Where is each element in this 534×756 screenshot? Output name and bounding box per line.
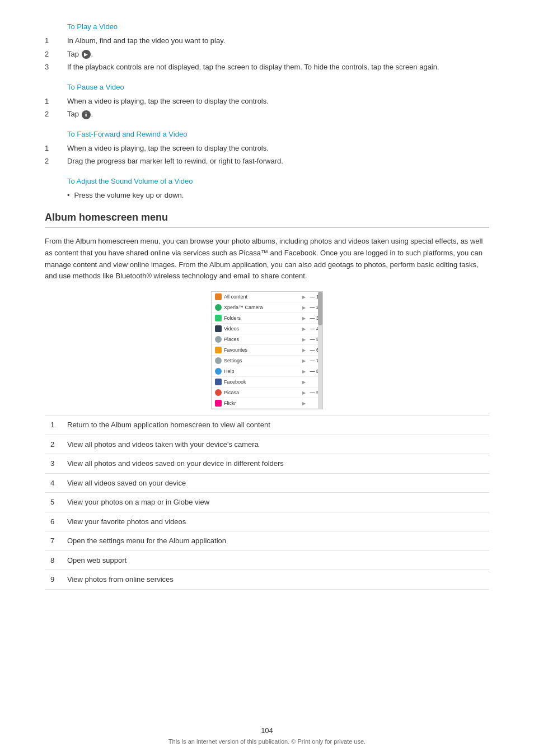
pause-video-heading: To Pause a Video: [67, 83, 489, 91]
list-item: 1 When a video is playing, tap the scree…: [45, 143, 489, 154]
menu-item-flickr: Flickr ▶: [212, 398, 322, 409]
menu-item-help: Help ▶ — 8: [212, 366, 322, 377]
menu-item-camera: Xperia™ Camera ▶ — 2: [212, 302, 322, 313]
row-desc: View your photos on a map or in Globe vi…: [62, 493, 489, 512]
play-video-list: 1 In Album, find and tap the video you w…: [45, 35, 489, 73]
pause-icon: ii: [82, 110, 91, 119]
list-item: 2 Tap ▶.: [45, 49, 489, 60]
scrollbar: [318, 292, 322, 409]
row-num: 6: [45, 512, 62, 531]
pause-video-list: 1 When a video is playing, tap the scree…: [45, 96, 489, 120]
row-desc: View all photos and videos taken with yo…: [62, 435, 489, 454]
row-desc: View all videos saved on your device: [62, 473, 489, 493]
play-video-heading: To Play a Video: [67, 22, 489, 31]
play-icon: ▶: [82, 50, 91, 59]
favourites-icon: [215, 347, 222, 353]
table-row: 8 Open web support: [45, 550, 489, 570]
row-num: 7: [45, 531, 62, 551]
flickr-icon: [215, 400, 222, 407]
menu-item-facebook: Facebook ▶: [212, 377, 322, 388]
menu-item-all-content: All content ▶ — 1: [212, 292, 322, 302]
table-row: 4 View all videos saved on your device: [45, 473, 489, 493]
row-desc: View your favorite photos and videos: [62, 512, 489, 531]
folders-icon: [215, 315, 222, 321]
row-num: 8: [45, 550, 62, 570]
adjust-sound-section: To Adjust the Sound Volume of a Video Pr…: [45, 177, 489, 201]
list-item: 2 Drag the progress bar marker left to r…: [45, 156, 489, 167]
row-num: 4: [45, 473, 62, 493]
screenshot: All content ▶ — 1 Xperia™ Camera ▶ — 2 F…: [211, 291, 323, 409]
places-icon: [215, 336, 222, 343]
row-num: 3: [45, 454, 62, 474]
videos-icon: [215, 325, 222, 332]
screenshot-container: All content ▶ — 1 Xperia™ Camera ▶ — 2 F…: [45, 291, 489, 409]
scroll-thumb: [318, 292, 322, 325]
album-section: Album homescreen menu From the Album hom…: [45, 212, 489, 590]
page: To Play a Video 1 In Album, find and tap…: [0, 0, 534, 756]
facebook-icon: [215, 379, 222, 385]
all-content-icon: [215, 293, 222, 300]
table-row: 5 View your photos on a map or in Globe …: [45, 493, 489, 512]
row-num: 1: [45, 416, 62, 435]
menu-item-picasa: Picasa ▶ — 9: [212, 388, 322, 398]
menu-item-videos: Videos ▶ — 4: [212, 324, 322, 334]
list-item: 2 Tap ii.: [45, 109, 489, 120]
album-description: From the Album homescreen menu, you can …: [45, 236, 489, 282]
album-heading: Album homescreen menu: [45, 212, 489, 228]
row-desc: View photos from online services: [62, 570, 489, 590]
fastforward-video-heading: To Fast-Forward and Rewind a Video: [67, 130, 489, 138]
row-desc: Open web support: [62, 550, 489, 570]
list-item: 1 When a video is playing, tap the scree…: [45, 96, 489, 107]
list-item: 3 If the playback controls are not displ…: [45, 62, 489, 73]
description-table: 1 Return to the Album application homesc…: [45, 415, 489, 590]
menu-item-places: Places ▶ — 5: [212, 334, 322, 345]
picasa-icon: [215, 389, 222, 396]
adjust-sound-list: Press the volume key up or down.: [67, 190, 489, 201]
fastforward-video-section: To Fast-Forward and Rewind a Video 1 Whe…: [45, 130, 489, 167]
menu-screenshot: All content ▶ — 1 Xperia™ Camera ▶ — 2 F…: [212, 292, 322, 409]
play-video-section: To Play a Video 1 In Album, find and tap…: [45, 22, 489, 73]
table-row: 9 View photos from online services: [45, 570, 489, 590]
row-desc: Open the settings menu for the Album app…: [62, 531, 489, 551]
help-icon: [215, 368, 222, 375]
row-num: 2: [45, 435, 62, 454]
menu-item-favourites: Favourites ▶ — 6: [212, 345, 322, 356]
menu-item-settings: Settings ▶ — 7: [212, 356, 322, 366]
fastforward-video-list: 1 When a video is playing, tap the scree…: [45, 143, 489, 167]
camera-icon: [215, 304, 222, 311]
page-number: 104: [0, 726, 534, 735]
row-desc: View all photos and videos saved on your…: [62, 454, 489, 474]
table-row: 6 View your favorite photos and videos: [45, 512, 489, 531]
row-desc: Return to the Album application homescre…: [62, 416, 489, 435]
table-row: 2 View all photos and videos taken with …: [45, 435, 489, 454]
table-row: 1 Return to the Album application homesc…: [45, 416, 489, 435]
footer: 104 This is an internet version of this …: [0, 726, 534, 745]
menu-item-folders: Folders ▶ — 3: [212, 313, 322, 324]
row-num: 5: [45, 493, 62, 512]
list-item: Press the volume key up or down.: [67, 190, 489, 201]
table-row: 7 Open the settings menu for the Album a…: [45, 531, 489, 551]
table-row: 3 View all photos and videos saved on yo…: [45, 454, 489, 474]
settings-icon: [215, 357, 222, 364]
footer-note: This is an internet version of this publ…: [0, 738, 534, 745]
row-num: 9: [45, 570, 62, 590]
pause-video-section: To Pause a Video 1 When a video is playi…: [45, 83, 489, 120]
adjust-sound-heading: To Adjust the Sound Volume of a Video: [67, 177, 489, 185]
list-item: 1 In Album, find and tap the video you w…: [45, 35, 489, 46]
